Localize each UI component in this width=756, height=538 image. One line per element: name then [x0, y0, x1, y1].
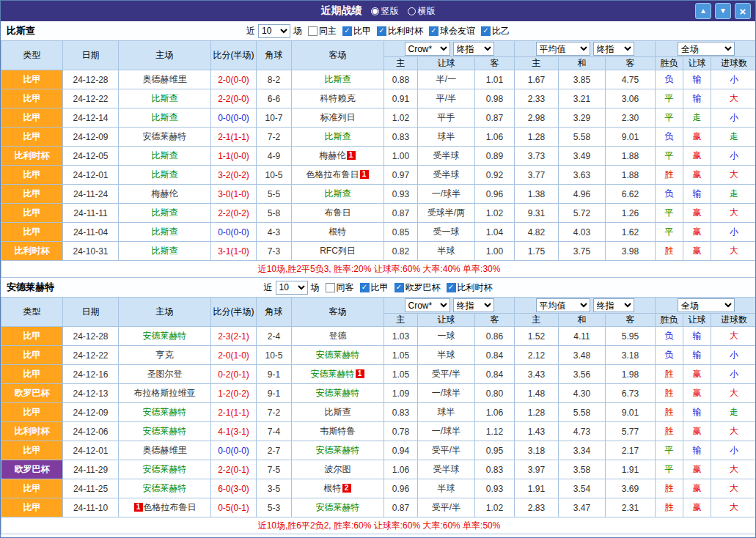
europe-odds-cell: 3.06	[606, 89, 656, 108]
date-cell: 24-12-13	[63, 384, 119, 403]
average-odds-select[interactable]: 平均值	[536, 298, 590, 312]
europe-odds-cell: 5.95	[606, 327, 656, 346]
average-odds-select[interactable]: 平均值	[536, 42, 590, 56]
home-team-cell: 比斯查	[119, 147, 211, 166]
team-name: 波尔图	[325, 464, 351, 474]
score-cell: 0-0(0-0)	[211, 441, 257, 460]
col-header-away: 客场	[292, 298, 384, 327]
team-name: 安德莱赫特	[143, 131, 187, 141]
col-header-home: 主场	[119, 41, 211, 70]
result-cell: 胜	[656, 365, 683, 384]
score-cell: 0-5(0-1)	[211, 498, 257, 517]
result-cell: 小	[711, 365, 756, 384]
competition-cell: 比甲	[1, 498, 63, 517]
asia-odds-cell: 平手	[418, 108, 475, 128]
close-button[interactable]: ×	[735, 3, 751, 19]
europe-odds-cell: 3.47	[559, 498, 606, 517]
team-name: 比斯查	[325, 188, 351, 199]
corner-cell: 4-3	[257, 223, 292, 242]
team-name: 比斯查	[152, 150, 178, 161]
scroll-down-button[interactable]: ▼	[715, 3, 731, 19]
date-cell: 24-11-25	[63, 479, 119, 498]
home-team-cell: 安德莱赫特	[119, 128, 211, 147]
team-name: 比斯查	[152, 246, 178, 256]
section-team-name: 安德莱赫特	[7, 281, 54, 294]
scroll-up-button[interactable]: ▲	[695, 3, 711, 19]
away-team-cell: 布鲁日	[292, 204, 384, 223]
layout-radio-horizontal[interactable]: 横版	[408, 5, 436, 18]
team-name: 梅赫伦	[320, 150, 346, 161]
league-checkbox-0[interactable]: ✓	[342, 26, 352, 36]
date-cell: 24-12-01	[63, 166, 119, 185]
subcol-europe-2: 客	[606, 57, 656, 70]
result-cell: 赢	[683, 166, 711, 185]
europe-odds-cell: 1.62	[606, 223, 656, 242]
same-venue-checkbox[interactable]	[326, 283, 335, 292]
subcol-europe-0: 主	[515, 314, 559, 327]
europe-odds-cell: 4.73	[559, 422, 606, 441]
layout-radio-vertical[interactable]: 竖版	[371, 5, 399, 18]
team-name: 比斯查	[325, 131, 351, 141]
league-checkbox-2[interactable]: ✓	[429, 26, 438, 36]
final-odds-select[interactable]: 终指	[453, 298, 494, 312]
europe-odds-cell: 1.91	[515, 479, 559, 498]
near-label: 近	[246, 25, 255, 37]
league-checkbox-1[interactable]: ✓	[394, 283, 404, 292]
asia-odds-cell: 0.80	[475, 384, 515, 403]
home-team-cell: 比斯查	[119, 89, 211, 108]
result-cell: 走	[683, 108, 711, 128]
match-row: 比利时杯24-12-06安德莱赫特4-1(3-1)7-4韦斯特鲁0.78一/球半…	[1, 422, 756, 441]
europe-odds-cell: 4.96	[559, 185, 606, 204]
europe-odds-cell: 2.33	[515, 89, 559, 108]
league-checkbox-2[interactable]: ✓	[447, 283, 456, 292]
col-header-type: 类型	[1, 298, 63, 327]
league-checkbox-3[interactable]: ✓	[481, 26, 491, 36]
date-cell: 24-12-06	[63, 422, 119, 441]
result-group-header: 全场	[656, 41, 756, 57]
games-count-select[interactable]: 10	[258, 24, 290, 38]
asia-odds-group-header: Crow*终指	[384, 298, 515, 314]
league-checkbox-0[interactable]: ✓	[360, 283, 370, 292]
team-name: 安德莱赫特	[143, 426, 187, 436]
score-cell: 2-2(0-2)	[211, 204, 257, 223]
away-team-cell: 标准列日	[292, 108, 384, 128]
result-cell: 小	[711, 70, 756, 89]
score-cell: 1-2(0-2)	[211, 384, 257, 403]
odds-source-select[interactable]: Crow*	[405, 298, 450, 312]
final-odds-select-2[interactable]: 终指	[593, 298, 634, 312]
asia-odds-cell: 0.87	[384, 204, 418, 223]
final-odds-select[interactable]: 终指	[453, 42, 494, 56]
away-team-cell: 根特2	[292, 479, 384, 498]
europe-odds-cell: 3.98	[606, 242, 656, 261]
competition-cell: 比甲	[1, 223, 63, 242]
europe-odds-cell: 4.03	[559, 223, 606, 242]
titlebar-buttons: ▲ ▼ ×	[695, 3, 755, 19]
same-venue-checkbox[interactable]	[308, 26, 318, 36]
full-match-select[interactable]: 全场	[678, 42, 735, 56]
result-cell: 负	[656, 128, 683, 147]
match-row: 比甲24-11-101色格拉布鲁日0-5(0-1)5-3安德莱赫特0.87受平/…	[1, 498, 756, 517]
league-checkbox-1[interactable]: ✓	[377, 26, 386, 36]
home-team-cell: 安德莱赫特	[119, 327, 211, 346]
away-team-cell: 科特赖克	[292, 89, 384, 108]
result-cell: 胜	[656, 242, 683, 261]
asia-odds-cell: 受半球	[418, 147, 475, 166]
summary-text: 近10场,胜2平5负3, 胜率:20% 让球率:60% 大率:40% 单率:30…	[1, 261, 756, 278]
result-cell: 大	[711, 166, 756, 185]
odds-source-select[interactable]: Crow*	[405, 42, 450, 56]
match-row: 比甲24-11-24梅赫伦3-0(1-0)5-5比斯查0.93一/球半0.961…	[1, 185, 756, 204]
asia-odds-cell: 半球	[418, 346, 475, 365]
games-count-select[interactable]: 10	[276, 281, 308, 295]
europe-odds-cell: 3.58	[559, 460, 606, 479]
result-cell: 小	[711, 223, 756, 242]
final-odds-select-2[interactable]: 终指	[593, 42, 634, 56]
col-header-type: 类型	[1, 41, 63, 70]
europe-odds-cell: 4.11	[559, 327, 606, 346]
europe-odds-cell: 5.58	[559, 128, 606, 147]
team-name: 安德莱赫特	[316, 350, 360, 360]
corner-cell: 2-7	[257, 441, 292, 460]
match-row: 比甲24-12-09安德莱赫特2-1(1-1)7-2比斯查0.83球半1.061…	[1, 128, 756, 147]
full-match-select[interactable]: 全场	[678, 298, 735, 312]
team-name: 标准列日	[320, 112, 356, 122]
home-team-cell: 安德莱赫特	[119, 422, 211, 441]
